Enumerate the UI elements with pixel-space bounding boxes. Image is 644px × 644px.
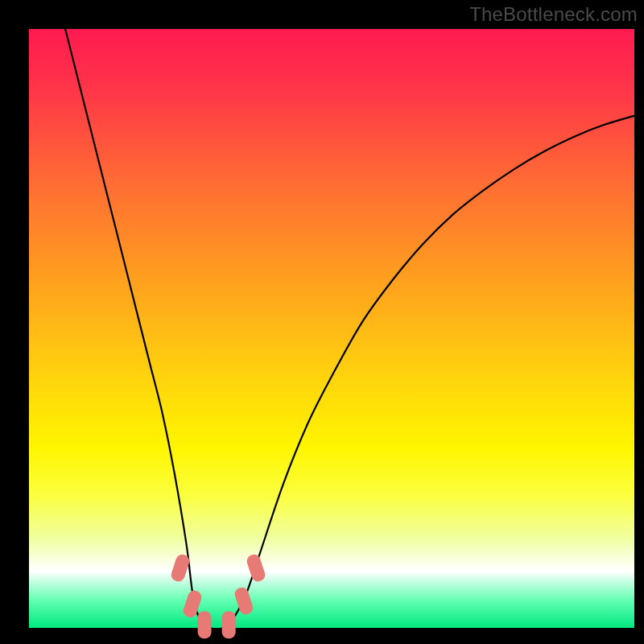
- curve-marker: [198, 611, 212, 638]
- curve-marker: [222, 611, 236, 638]
- watermark-text: TheBottleneck.com: [469, 3, 638, 26]
- chart-frame: TheBottleneck.com: [0, 0, 644, 644]
- gradient-background: [29, 29, 634, 628]
- bottleneck-chart: [0, 0, 644, 644]
